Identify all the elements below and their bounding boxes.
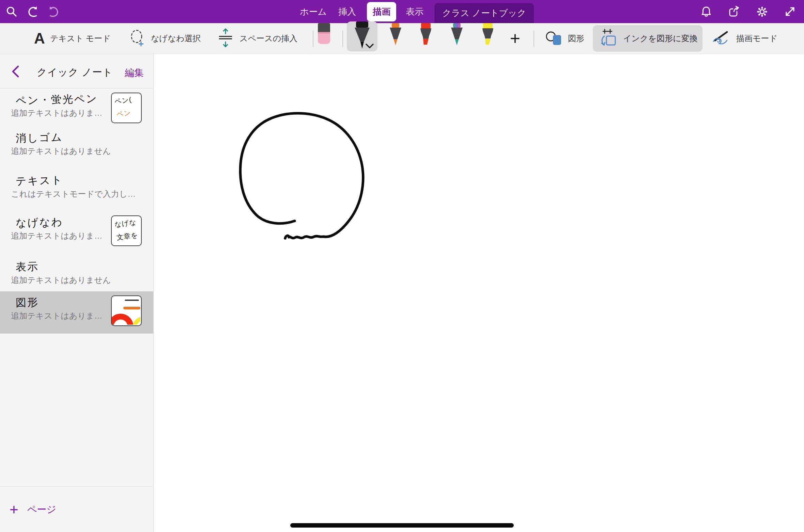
back-chevron-icon[interactable] (12, 65, 19, 79)
page-thumbnail: ペン(ペン (111, 93, 142, 123)
section-title: クイック ノート (37, 66, 113, 79)
selected-pen-black[interactable] (347, 21, 377, 51)
page-list-sidebar: クイック ノート 編集 ペン・蛍光ペン追加テキストはありま…ペン(ペン消しゴム追… (0, 54, 154, 532)
shapes-label: 図形 (568, 33, 584, 44)
tab-class-notebook[interactable]: クラス ノートブック (434, 3, 534, 23)
edit-button[interactable]: 編集 (125, 66, 144, 79)
ink-to-shape-button[interactable]: インクを図形に変換 (593, 25, 702, 52)
search-icon[interactable] (5, 5, 18, 18)
add-pen-button[interactable]: + (506, 23, 524, 54)
drawing-canvas[interactable] (154, 54, 804, 532)
lasso-icon (128, 29, 146, 48)
draw-mode-icon (711, 29, 731, 48)
page-subtitle: これはテキストモードで入力し… (11, 189, 136, 199)
shapes-icon (544, 29, 563, 48)
toolbar-divider (534, 31, 534, 47)
text-mode-icon: A (34, 31, 45, 46)
tab-insert[interactable]: 挿入 (338, 6, 357, 18)
lasso-label: なげなわ選択 (151, 33, 201, 44)
orange-pen[interactable] (388, 23, 403, 47)
add-page-button[interactable]: + ページ (0, 486, 153, 532)
tab-draw[interactable]: 描画 (367, 2, 396, 21)
ink-to-shape-label: インクを図形に変換 (623, 33, 698, 44)
rainbow-pen[interactable] (449, 23, 465, 47)
thumbnail-ink-text: なげな (114, 217, 137, 229)
page-list-item-1[interactable]: ペン・蛍光ペン追加テキストはありま…ペン(ペン (0, 88, 153, 127)
page-title-handwritten: 図形 (15, 295, 39, 310)
insert-space-label: スペースの挿入 (239, 33, 297, 44)
yellow-marker[interactable] (480, 23, 496, 47)
page-title-handwritten: なげなわ (15, 215, 63, 230)
sidebar-header: クイック ノート 編集 (0, 54, 153, 88)
shapes-button[interactable]: 図形 (544, 23, 584, 54)
ink-stroke-circle (154, 54, 804, 532)
plus-icon: + (10, 502, 18, 517)
page-title-handwritten: 表示 (15, 259, 39, 274)
page-list-item-6[interactable]: 図形追加テキストはありま… (0, 291, 153, 334)
page-title-handwritten: ペン・蛍光ペン (15, 92, 98, 108)
page-list-item-3[interactable]: テキストこれはテキストモードで入力し… (0, 170, 153, 211)
undo-icon[interactable] (27, 5, 39, 18)
tab-home[interactable]: ホーム (299, 6, 327, 18)
ribbon-tabs: ホーム挿入描画表示クラス ノートブック (299, 0, 534, 23)
settings-gear-icon[interactable] (756, 5, 768, 18)
thumbnail-ink-text: 文章を (116, 230, 139, 242)
insert-space-icon (217, 28, 234, 49)
draw-ribbon-toolbar: A テキスト モード なげなわ選択 スペースの挿入 (0, 23, 804, 54)
page-list-item-4[interactable]: なげなわ追加テキストはありま…なげな文章を (0, 211, 153, 256)
page-list-item-5[interactable]: 表示追加テキストはありません (0, 256, 153, 291)
eraser-tool[interactable] (317, 23, 331, 46)
thumbnail-ink-text: ペン (116, 108, 132, 119)
page-subtitle: 追加テキストはありません (11, 275, 111, 286)
page-title-handwritten: 消しゴム (15, 130, 63, 146)
page-subtitle: 追加テキストはありません (11, 146, 111, 157)
page-subtitle: 追加テキストはありま… (11, 108, 103, 118)
tab-view[interactable]: 表示 (405, 6, 424, 18)
text-mode-label: テキスト モード (50, 33, 111, 44)
chevron-down-icon[interactable] (366, 44, 374, 50)
toolbar-divider (342, 31, 343, 47)
top-app-bar: ホーム挿入描画表示クラス ノートブック (0, 0, 804, 23)
draw-mode-button[interactable]: 描画モード (711, 23, 777, 54)
thumbnail-ink-text: ペン( (114, 95, 133, 106)
topbar-left-icons (5, 0, 60, 23)
ink-to-shape-icon (599, 28, 618, 49)
draw-mode-label: 描画モード (736, 33, 777, 44)
page-list: ペン・蛍光ペン追加テキストはありま…ペン(ペン消しゴム追加テキストはありませんテ… (0, 88, 153, 334)
share-icon[interactable] (728, 5, 740, 18)
insert-space-button[interactable]: スペースの挿入 (217, 23, 297, 54)
page-list-item-2[interactable]: 消しゴム追加テキストはありません (0, 127, 153, 170)
fullscreen-icon[interactable] (784, 5, 796, 18)
add-page-label: ページ (27, 503, 56, 516)
page-subtitle: 追加テキストはありま… (11, 230, 103, 241)
page-thumbnail: なげな文章を (111, 215, 142, 246)
page-title-handwritten: テキスト (15, 173, 63, 189)
lasso-select-button[interactable]: なげなわ選択 (128, 23, 201, 54)
redo-icon[interactable] (48, 5, 60, 18)
topbar-right-icons (700, 0, 796, 23)
home-indicator-bar[interactable] (290, 523, 514, 528)
notifications-bell-icon[interactable] (700, 5, 712, 18)
red-marker[interactable] (418, 23, 434, 47)
page-subtitle: 追加テキストはありま… (11, 310, 103, 321)
page-thumbnail (111, 295, 142, 326)
toolbar-divider (313, 31, 313, 47)
text-mode-button[interactable]: A テキスト モード (34, 23, 111, 54)
